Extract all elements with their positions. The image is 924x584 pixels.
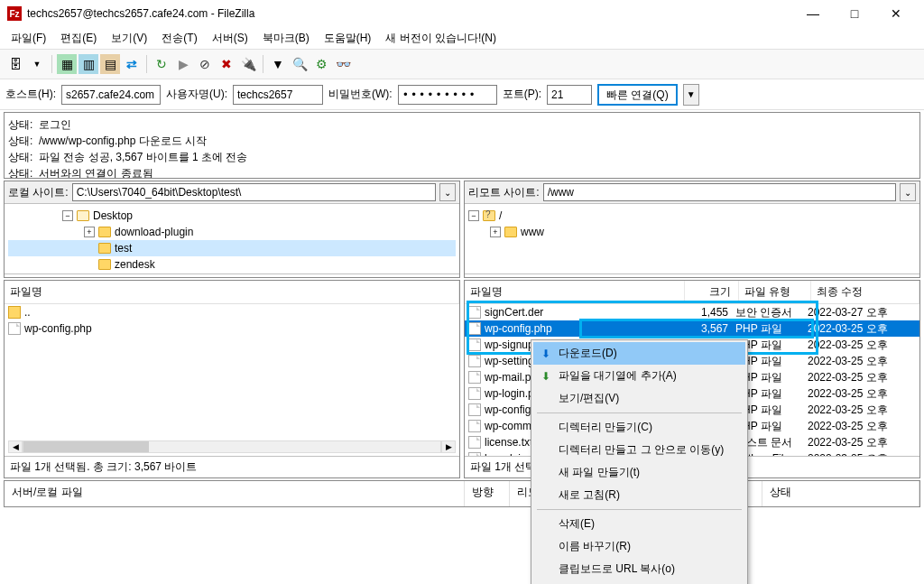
queue-col-server-local[interactable]: 서버/로컬 파일: [5, 481, 465, 506]
ctx-view-edit[interactable]: 보기/편집(V): [533, 387, 745, 410]
host-input[interactable]: [61, 85, 161, 105]
log-line: 상태: 파일 전송 성공, 3,567 바이트를 1 초에 전송: [8, 149, 916, 165]
local-path-input[interactable]: [72, 183, 436, 201]
chevron-down-icon[interactable]: ⌄: [900, 183, 916, 201]
local-directory-tree[interactable]: −Desktop +download-plugin test zendesk: [5, 204, 459, 274]
ctx-copy-url[interactable]: 클립보드로 URL 복사(o): [533, 558, 745, 580]
menu-update[interactable]: 새 버전이 있습니다!(N): [378, 29, 504, 48]
toolbar-dropdown-icon[interactable]: ▼: [27, 54, 47, 74]
maximize-button[interactable]: □: [834, 0, 875, 27]
settings-icon[interactable]: ⚙: [311, 54, 331, 74]
site-panes: 로컬 사이트: ⌄ −Desktop +download-plugin test…: [4, 181, 920, 278]
column-date[interactable]: 최종 수정: [811, 281, 919, 303]
ctx-rename[interactable]: 이름 바꾸기(R): [533, 535, 745, 558]
toggle-log-icon[interactable]: ▦: [57, 54, 77, 74]
download-arrow-icon: ⬇: [539, 347, 553, 361]
tree-node[interactable]: zendesk: [8, 256, 456, 273]
quickconnect-bar: 호스트(H): 사용자명(U): 비밀번호(W): 포트(P): 빠른 연결(Q…: [0, 79, 924, 110]
file-icon: [468, 452, 481, 456]
remote-pane: 리모트 사이트: ⌄ −?/ +www: [464, 181, 920, 278]
menu-bookmarks[interactable]: 북마크(B): [255, 29, 317, 48]
queue-col-status[interactable]: 상태: [762, 481, 919, 506]
ctx-create-directory[interactable]: 디렉터리 만들기(C): [533, 416, 745, 439]
list-row[interactable]: wp-config.php3,567PHP 파일2022-03-25 오후: [465, 320, 919, 337]
tree-node[interactable]: −Desktop: [8, 208, 456, 224]
context-menu: ⬇ 다운로드(D) ⬇ 파일을 대기열에 추가(A) 보기/편집(V) 디렉터리…: [531, 339, 748, 584]
toggle-queue-icon[interactable]: ▤: [100, 54, 120, 74]
binoculars-icon[interactable]: 👓: [333, 54, 353, 74]
file-icon: [468, 436, 481, 449]
remote-path-input[interactable]: [543, 183, 896, 201]
ctx-add-to-queue[interactable]: ⬇ 파일을 대기열에 추가(A): [533, 365, 745, 387]
quick-connect-button[interactable]: 빠른 연결(Q): [597, 84, 678, 106]
local-file-list[interactable]: 파일명 .. wp-config.php ◀▶: [5, 281, 459, 456]
sync-browse-icon[interactable]: ⇄: [122, 54, 142, 74]
close-button[interactable]: ✕: [875, 0, 917, 27]
quick-connect-dropdown[interactable]: ▼: [683, 84, 699, 106]
ctx-create-directory-enter[interactable]: 디렉터리 만들고 그 안으로 이동(y): [533, 439, 745, 461]
log-line: 상태: /www/wp-config.php 다운로드 시작: [8, 133, 916, 149]
add-queue-icon: ⬇: [539, 369, 553, 384]
chevron-down-icon[interactable]: ⌄: [439, 183, 456, 201]
port-input[interactable]: [547, 85, 592, 105]
file-date: 2022-03-25 오후: [808, 451, 916, 457]
menu-help[interactable]: 도움말(H): [317, 29, 379, 48]
menu-file[interactable]: 파일(F): [4, 29, 53, 48]
list-row-up[interactable]: ..: [5, 304, 459, 320]
file-date: 2022-03-27 오후: [808, 305, 916, 320]
site-manager-icon[interactable]: 🗄: [5, 54, 25, 74]
column-filename[interactable]: 파일명: [5, 281, 459, 303]
remote-site-bar: 리모트 사이트: ⌄: [465, 181, 919, 204]
remote-directory-tree[interactable]: −?/ +www: [465, 204, 919, 274]
tree-node[interactable]: −?/: [468, 208, 916, 224]
minimize-button[interactable]: —: [792, 0, 834, 27]
ctx-download[interactable]: ⬇ 다운로드(D): [533, 342, 745, 365]
column-size[interactable]: 크기: [685, 281, 739, 303]
queue-col-direction[interactable]: 방향: [465, 481, 510, 506]
tree-node[interactable]: +download-plugin: [8, 224, 456, 240]
remote-list-header: 파일명 크기 파일 유형 최종 수정: [465, 281, 919, 304]
username-input[interactable]: [233, 85, 323, 105]
transfer-queue[interactable]: 서버/로컬 파일 방향 리모 상태: [4, 480, 920, 507]
list-row[interactable]: wp-config.php: [5, 320, 459, 337]
local-file-pane: 파일명 .. wp-config.php ◀▶ 파일 1개 선택됨. 총 크기:…: [4, 280, 460, 478]
context-separator: [537, 509, 742, 510]
titlebar: Fz techcs2657@techcs2657.cafe24.com - Fi…: [0, 0, 924, 27]
ctx-delete[interactable]: 삭제(E): [533, 513, 745, 535]
process-queue-icon[interactable]: ▶: [173, 54, 193, 74]
ctx-new-file[interactable]: 새 파일 만들기(t): [533, 461, 745, 484]
password-input[interactable]: [398, 85, 497, 105]
ctx-refresh[interactable]: 새로 고침(R): [533, 484, 745, 506]
column-filename[interactable]: 파일명: [465, 281, 685, 303]
reconnect-icon[interactable]: 🔌: [238, 54, 258, 74]
tree-node-selected[interactable]: test: [8, 240, 456, 256]
tree-node[interactable]: +www: [468, 224, 916, 240]
window-controls: — □ ✕: [792, 0, 917, 27]
local-site-label: 로컬 사이트:: [8, 185, 69, 200]
cancel-icon[interactable]: ⊘: [195, 54, 215, 74]
menu-server[interactable]: 서버(S): [205, 29, 255, 48]
file-list-panes: 파일명 .. wp-config.php ◀▶ 파일 1개 선택됨. 총 크기:…: [4, 280, 920, 478]
toggle-tree-icon[interactable]: ▥: [79, 54, 98, 74]
compare-icon[interactable]: 🔍: [290, 54, 310, 74]
refresh-icon[interactable]: ↻: [152, 54, 171, 74]
disconnect-icon[interactable]: ✖: [217, 54, 236, 74]
file-icon: [468, 371, 481, 384]
ctx-permissions[interactable]: 파일 권한(F)...: [533, 580, 745, 584]
filter-icon[interactable]: ▼: [268, 54, 288, 74]
menu-edit[interactable]: 편집(E): [53, 29, 104, 48]
password-label: 비밀번호(W):: [328, 87, 393, 102]
horizontal-scrollbar[interactable]: ◀▶: [8, 440, 456, 454]
menu-view[interactable]: 보기(V): [104, 29, 154, 48]
log-line: 상태: 서버와의 연결이 종료됨: [8, 165, 916, 179]
column-type[interactable]: 파일 유형: [739, 281, 811, 303]
file-name: wp-config.php: [485, 322, 552, 335]
message-log[interactable]: 상태: 로그인 상태: /www/wp-config.php 다운로드 시작 상…: [4, 112, 920, 179]
file-date: 2022-03-25 오후: [808, 403, 916, 418]
file-icon: [468, 420, 481, 432]
file-icon: [468, 322, 481, 335]
window-title: techcs2657@techcs2657.cafe24.com - FileZ…: [27, 7, 792, 20]
menu-transfer[interactable]: 전송(T): [154, 29, 204, 48]
toolbar-separator: [51, 55, 52, 73]
list-row[interactable]: signCert.der1,455보안 인증서2022-03-27 오후: [465, 304, 919, 320]
